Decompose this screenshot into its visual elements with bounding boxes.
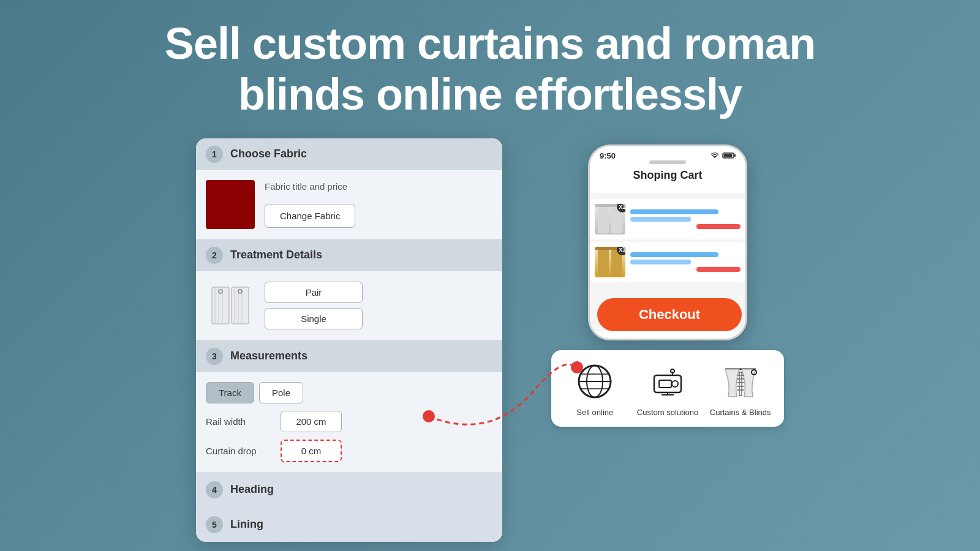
globe-icon bbox=[576, 363, 613, 400]
cart-item-image-1: x1 bbox=[595, 204, 625, 234]
curtain-drop-label: Curtain drop bbox=[206, 446, 273, 456]
hero-title: Sell custom curtains and roman blinds on… bbox=[0, 0, 980, 132]
main-content: 1 Choose Fabric Fabric title and price C… bbox=[0, 138, 980, 542]
cart-item-price-line-2 bbox=[696, 267, 741, 272]
svg-rect-1 bbox=[232, 287, 249, 324]
single-option[interactable]: Single bbox=[265, 308, 363, 329]
pair-option[interactable]: Pair bbox=[265, 282, 363, 303]
svg-point-26 bbox=[672, 381, 678, 387]
fabric-label: Fabric title and price bbox=[265, 181, 492, 192]
treatment-section: 2 Treatment Details bbox=[196, 239, 502, 340]
cart-item-1: x1 bbox=[590, 199, 745, 239]
measurements-section-content: Track Pole Rail width 200 cm Curtain dro… bbox=[196, 372, 502, 472]
cart-item-title-line-2 bbox=[630, 252, 718, 257]
curtains-blinds-icon bbox=[719, 360, 762, 403]
heading-section: 4 Heading bbox=[196, 473, 502, 508]
cart-item-title-line-1 bbox=[630, 209, 718, 214]
curtain-svg-icon bbox=[209, 284, 252, 327]
lining-section-title: Lining bbox=[230, 518, 263, 531]
cart-item-subtitle-line-1 bbox=[630, 217, 691, 222]
lining-section-number: 5 bbox=[206, 516, 223, 533]
treatment-options: Pair Single bbox=[265, 282, 363, 329]
track-pole-toggle: Track Pole bbox=[206, 382, 303, 403]
cart-item-lines-2 bbox=[630, 252, 741, 272]
treatment-section-title: Treatment Details bbox=[230, 249, 322, 261]
phone-status-bar: 9:50 bbox=[590, 146, 745, 160]
fabric-section-content: Fabric title and price Change Fabric bbox=[196, 170, 502, 239]
svg-rect-16 bbox=[598, 248, 609, 276]
track-button[interactable]: Track bbox=[206, 382, 254, 403]
sell-online-label: Sell online bbox=[576, 408, 613, 417]
svg-rect-0 bbox=[212, 287, 229, 324]
fabric-swatch bbox=[206, 180, 255, 229]
checkout-button[interactable]: Checkout bbox=[597, 298, 742, 331]
sell-online-icon bbox=[573, 360, 616, 403]
cart-header: Shoping Cart bbox=[590, 167, 745, 193]
fabric-section-title: Choose Fabric bbox=[230, 148, 307, 160]
configurator-card: 1 Choose Fabric Fabric title and price C… bbox=[196, 138, 502, 542]
fabric-section: 1 Choose Fabric Fabric title and price C… bbox=[196, 138, 502, 239]
curtains-blinds-label: Curtains & Blinds bbox=[710, 408, 771, 417]
custom-solutions-item: Custom solutiono bbox=[634, 360, 702, 417]
heading-section-title: Heading bbox=[230, 483, 274, 496]
treatment-section-content: Pair Single bbox=[196, 271, 502, 340]
svg-rect-12 bbox=[724, 154, 733, 157]
phone-notch bbox=[649, 160, 686, 164]
lining-section: 5 Lining bbox=[196, 508, 502, 542]
cart-title: Shoping Cart bbox=[597, 167, 738, 188]
track-pole-row: Track Pole bbox=[206, 382, 492, 403]
curtains-icon bbox=[722, 363, 759, 400]
measurements-section-title: Measurements bbox=[230, 350, 307, 362]
phone-mockup: 9:50 bbox=[588, 144, 747, 340]
svg-rect-13 bbox=[598, 205, 609, 233]
sewing-machine-icon bbox=[649, 363, 686, 400]
treatment-content: Pair Single bbox=[206, 281, 492, 330]
cart-item-price-line-1 bbox=[696, 224, 741, 229]
custom-solutions-icon bbox=[646, 360, 689, 403]
rail-width-value: 200 cm bbox=[281, 411, 342, 432]
phone-time: 9:50 bbox=[600, 151, 616, 160]
measurements-section-header: 3 Measurements bbox=[196, 340, 502, 372]
cart-item-subtitle-line-2 bbox=[630, 260, 691, 264]
cart-items-area: x1 x1 bbox=[590, 193, 745, 288]
battery-icon bbox=[722, 152, 736, 159]
rail-width-label: Rail width bbox=[206, 416, 273, 427]
treatment-section-header: 2 Treatment Details bbox=[196, 239, 502, 271]
wifi-icon bbox=[710, 152, 720, 159]
svg-point-30 bbox=[671, 369, 674, 373]
cart-item-lines-1 bbox=[630, 209, 741, 229]
curtain-icon bbox=[206, 281, 255, 330]
treatment-section-number: 2 bbox=[206, 247, 223, 264]
measurements-section-number: 3 bbox=[206, 348, 223, 365]
icon-grid: Sell online Custom solutio bbox=[551, 350, 784, 427]
right-side: 9:50 bbox=[551, 138, 784, 427]
custom-solutions-label: Custom solutiono bbox=[637, 408, 698, 417]
curtain-drop-row: Curtain drop 0 cm bbox=[206, 440, 492, 462]
fabric-info: Fabric title and price Change Fabric bbox=[265, 181, 492, 228]
svg-rect-11 bbox=[734, 154, 736, 157]
curtains-blinds-item: Curtains & Blinds bbox=[706, 360, 774, 417]
phone-status-icons bbox=[710, 152, 736, 159]
svg-rect-25 bbox=[659, 380, 671, 388]
cart-badge-2: x1 bbox=[617, 247, 625, 255]
curtain-drop-value[interactable]: 0 cm bbox=[281, 440, 342, 462]
pole-button[interactable]: Pole bbox=[259, 382, 303, 403]
cart-item-image-2: x1 bbox=[595, 247, 625, 277]
change-fabric-button[interactable]: Change Fabric bbox=[265, 204, 355, 228]
sell-online-item: Sell online bbox=[561, 360, 629, 417]
svg-rect-24 bbox=[654, 375, 681, 392]
cart-badge-1: x1 bbox=[617, 204, 625, 212]
checkout-area: Checkout bbox=[590, 288, 745, 331]
fabric-section-header: 1 Choose Fabric bbox=[196, 138, 502, 170]
measurements-content: Track Pole Rail width 200 cm Curtain dro… bbox=[206, 382, 492, 462]
measurements-section: 3 Measurements Track Pole Rail width bbox=[196, 340, 502, 473]
rail-width-row: Rail width 200 cm bbox=[206, 411, 492, 432]
heading-section-number: 4 bbox=[206, 481, 223, 498]
fabric-content: Fabric title and price Change Fabric bbox=[206, 180, 492, 229]
cart-item-2: x1 bbox=[590, 242, 745, 282]
fabric-section-number: 1 bbox=[206, 146, 223, 163]
hero-title-line1: Sell custom curtains and roman bbox=[165, 19, 815, 68]
hero-title-line2: blinds online effortlessly bbox=[238, 70, 742, 119]
